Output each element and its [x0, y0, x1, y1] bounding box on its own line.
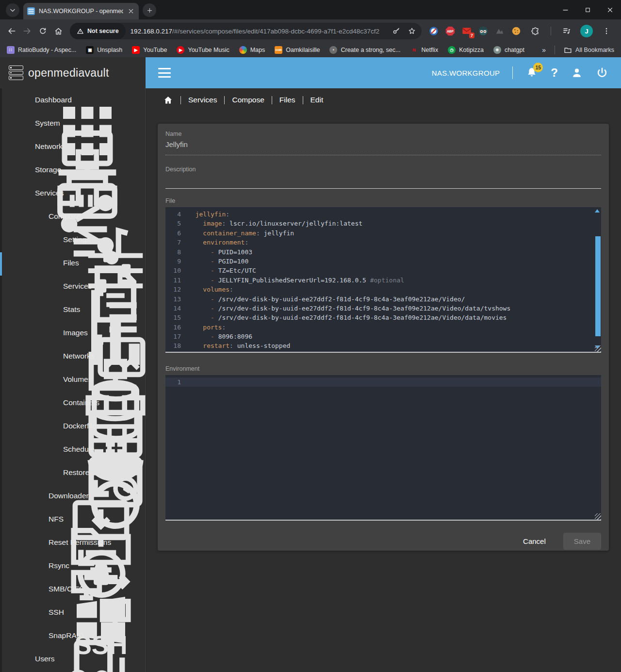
- password-key-icon[interactable]: [389, 23, 404, 39]
- description-field[interactable]: [165, 174, 601, 189]
- bookmark-item[interactable]: ◷Kotipizza: [448, 46, 484, 54]
- bookmark-favicon: ▶: [177, 46, 184, 54]
- all-bookmarks-button[interactable]: All Bookmarks: [564, 46, 614, 54]
- window-maximize-button[interactable]: [576, 0, 599, 19]
- chevron-right-icon: [127, 585, 134, 593]
- sidebar-item-network[interactable]: Network: [0, 135, 145, 158]
- bookmark-item[interactable]: OAMKOamkilaisille: [275, 46, 320, 54]
- mail-extension-icon[interactable]: 7: [461, 26, 472, 36]
- window-minimize-button[interactable]: [554, 0, 576, 19]
- bookmark-item[interactable]: ▣Unsplash: [86, 46, 122, 54]
- code-line: 8 - PUID=1003: [165, 247, 601, 257]
- address-bar[interactable]: Not secure 192.168.0.217/#/services/comp…: [70, 23, 422, 39]
- breadcrumb-item[interactable]: Services: [188, 96, 217, 104]
- chevron-right-icon: [127, 655, 134, 663]
- sidebar-item-storage[interactable]: Storage: [0, 158, 145, 181]
- bookmark-star-icon[interactable]: [404, 23, 420, 39]
- url-text[interactable]: 192.168.0.217/#/services/compose/files/e…: [131, 28, 389, 35]
- sidebar-item-rsync[interactable]: Rsync: [0, 554, 145, 577]
- breadcrumb-item[interactable]: Files: [279, 96, 295, 104]
- notifications-bell-icon[interactable]: 15: [525, 66, 538, 79]
- sidebar-item-images[interactable]: Images: [0, 321, 145, 344]
- sidebar-item-label: Downloader: [49, 492, 89, 500]
- sidebar-item-compose[interactable]: Compose: [0, 205, 145, 228]
- code-line: 17 - 8096:8096: [165, 332, 601, 341]
- environment-code-editor[interactable]: 1: [165, 375, 601, 521]
- name-field[interactable]: Jellyfin: [165, 138, 601, 155]
- cookie-extension-icon[interactable]: [511, 26, 522, 36]
- bookmark-item[interactable]: ∷RatioBuddy - Aspec...: [7, 46, 76, 54]
- sidebar-item-downloader[interactable]: Downloader: [0, 484, 145, 508]
- sidebar-item-settings[interactable]: Settings: [0, 228, 145, 251]
- browser-menu-kebab-icon[interactable]: [599, 23, 614, 39]
- editor-scrollbar-thumb[interactable]: [595, 236, 601, 336]
- extensions-puzzle-icon[interactable]: [527, 23, 543, 39]
- abp-extension-icon[interactable]: ABP: [445, 26, 456, 36]
- sidebar-item-networks[interactable]: Networks: [0, 344, 145, 368]
- disabled-extension-icon[interactable]: [494, 26, 505, 36]
- menu-hamburger-icon[interactable]: [158, 68, 171, 78]
- sidebar-item-system[interactable]: System: [0, 112, 145, 135]
- breadcrumb-item[interactable]: Compose: [232, 96, 264, 104]
- goggles-avatar-extension-icon[interactable]: [478, 26, 489, 36]
- code-line: 14 - /srv/dev-disk-by-uuid-ee27ddf2-f81d…: [165, 304, 601, 313]
- sidebar-item-ssh[interactable]: SSH: [0, 601, 145, 624]
- bookmark-item[interactable]: •Create a strong, sec...: [329, 46, 400, 54]
- sidebar-item-containers[interactable]: Containers: [0, 391, 145, 414]
- file-code-editor[interactable]: 4 jellyfin:5 image: lscr.io/linuxserver/…: [165, 207, 601, 353]
- sidebar-item-users[interactable]: Users: [0, 647, 145, 671]
- playlist-icon: [28, 211, 39, 222]
- back-icon[interactable]: [4, 23, 19, 39]
- editor-resize-grip[interactable]: [595, 513, 601, 520]
- profile-avatar[interactable]: J: [580, 25, 593, 37]
- docker-icon: [43, 421, 53, 431]
- security-chip[interactable]: Not secure: [70, 23, 126, 39]
- laptop-icon: [15, 118, 25, 129]
- bookmark-favicon: ◷: [448, 46, 456, 54]
- sidebar-item-files[interactable]: Files: [0, 251, 145, 275]
- sidebar-item-volumes[interactable]: Volumes: [0, 368, 145, 391]
- adblocker-extension-icon[interactable]: [428, 26, 439, 36]
- home-icon[interactable]: [50, 23, 66, 39]
- save-button[interactable]: Save: [563, 533, 601, 550]
- tab-search-button[interactable]: [6, 3, 19, 17]
- sidebar-item-label: Schedule: [63, 445, 95, 454]
- bookmark-item[interactable]: ✳chatgpt: [493, 46, 524, 54]
- bookmark-item[interactable]: NNetflix: [410, 46, 438, 54]
- reload-icon[interactable]: [35, 23, 50, 39]
- window-close-button[interactable]: [599, 0, 621, 19]
- bookmark-item[interactable]: ▶YouTube: [132, 46, 167, 54]
- sidebar-item-label: Restore: [63, 468, 89, 477]
- sidebar-item-services[interactable]: Services: [0, 275, 145, 298]
- reading-list-icon[interactable]: [559, 23, 574, 39]
- bookmark-item[interactable]: Maps: [239, 46, 265, 54]
- help-icon[interactable]: ?: [551, 66, 558, 79]
- user-icon[interactable]: [571, 66, 583, 79]
- sidebar-item-schedule[interactable]: Schedule: [0, 438, 145, 461]
- breadcrumb-item[interactable]: Edit: [310, 96, 324, 104]
- sidebar-item-stats[interactable]: Stats: [0, 298, 145, 321]
- editor-scroll-up-icon[interactable]: [595, 209, 600, 213]
- cancel-button[interactable]: Cancel: [520, 537, 549, 546]
- security-label: Not secure: [87, 28, 119, 34]
- forward-icon[interactable]: [19, 23, 35, 39]
- bookmarks-overflow-chevrons[interactable]: »: [542, 46, 546, 54]
- sidebar-item-dashboard[interactable]: Dashboard: [0, 88, 145, 112]
- tab-close-icon[interactable]: [127, 7, 135, 15]
- new-tab-button[interactable]: [143, 3, 156, 17]
- sidebar-item-dockerfiles[interactable]: Dockerfiles: [0, 414, 145, 438]
- sidebar-item-services[interactable]: Services: [0, 181, 145, 205]
- omv-header: openmediavault NAS.WORKGROUP 15 ?: [0, 57, 621, 88]
- editor-resize-grip[interactable]: [595, 345, 601, 352]
- breadcrumb-home-icon[interactable]: [163, 95, 173, 105]
- bookmark-favicon: ∷: [7, 46, 15, 54]
- sidebar-item-smb-cifs[interactable]: SMB/CIFS: [0, 577, 145, 601]
- bookmark-favicon: ✳: [493, 46, 501, 54]
- power-icon[interactable]: [596, 66, 608, 79]
- sidebar-item-nfs[interactable]: NFS: [0, 508, 145, 531]
- sidebar-item-restore[interactable]: Restore: [0, 461, 145, 484]
- bookmark-item[interactable]: ▶YouTube Music: [177, 46, 229, 54]
- sidebar-item-snapraid[interactable]: SnapRAID: [0, 624, 145, 647]
- sidebar-item-reset-permissions[interactable]: Reset Permissions: [0, 531, 145, 554]
- browser-tab[interactable]: NAS.WORKGROUP - openmedia: [23, 3, 139, 19]
